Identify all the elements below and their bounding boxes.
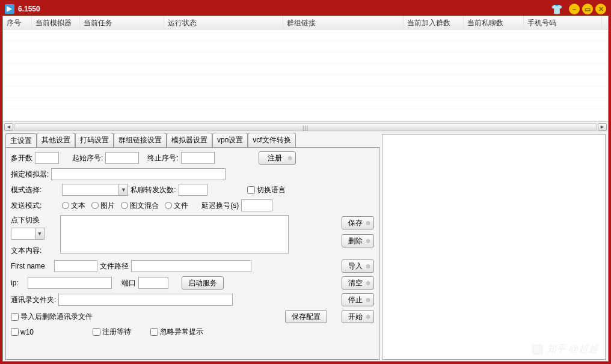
send-mode-file[interactable]: 文件 xyxy=(165,201,188,211)
delay-input[interactable] xyxy=(241,199,272,211)
clear-button[interactable]: 清空 xyxy=(342,276,374,290)
ip-input[interactable] xyxy=(28,277,112,289)
horizontal-scrollbar[interactable]: ◄ ||| ► xyxy=(3,121,608,132)
tab-5[interactable]: vpn设置 xyxy=(212,133,248,147)
start-service-button[interactable]: 启动服务 xyxy=(182,276,224,290)
start-seq-input[interactable] xyxy=(105,152,139,164)
multi-open-label: 多开数 xyxy=(11,153,32,163)
register-button[interactable]: 注册 xyxy=(259,151,296,165)
data-grid: 序号当前模拟器当前任务运行状态群组链接当前加入群数当前私聊数手机号码 xyxy=(3,16,608,121)
switch-lang-checkbox[interactable]: 切换语言 xyxy=(247,185,286,195)
grid-column-header[interactable]: 序号 xyxy=(3,16,32,29)
minimize-button[interactable]: – xyxy=(569,4,580,14)
tab-panel-main: 多开数 起始序号: 终止序号: 注册 指定模拟器: xyxy=(5,147,379,360)
content-textarea[interactable] xyxy=(60,215,289,253)
ip-label: ip: xyxy=(11,279,25,287)
mode-select-label: 模式选择: xyxy=(11,185,41,195)
pm-forward-count-label: 私聊转发次数: xyxy=(130,185,176,195)
grid-column-header[interactable]: 手机号码 xyxy=(524,16,602,29)
pm-forward-count-input[interactable] xyxy=(179,184,207,196)
grid-column-header[interactable]: 当前加入群数 xyxy=(404,16,464,29)
delay-label: 延迟换号(s) xyxy=(201,201,239,211)
maximize-button[interactable]: ▭ xyxy=(582,4,593,14)
tab-4[interactable]: 模拟器设置 xyxy=(167,133,212,147)
close-button[interactable]: ✕ xyxy=(595,4,606,14)
delete-button[interactable]: 删除 xyxy=(342,234,374,247)
start-button[interactable]: 开始 xyxy=(342,310,374,323)
window-title: 6.1550 xyxy=(18,5,40,13)
send-mode-text[interactable]: 文本 xyxy=(62,201,85,211)
save-button[interactable]: 保存 xyxy=(342,216,374,229)
first-name-input[interactable] xyxy=(54,260,97,272)
grid-column-header[interactable]: 当前私聊数 xyxy=(464,16,524,29)
grid-column-header[interactable]: 群组链接 xyxy=(283,16,404,29)
log-panel xyxy=(382,134,606,360)
end-seq-label: 终止序号: xyxy=(147,153,178,163)
import-button[interactable]: 导入 xyxy=(342,259,374,273)
tab-3[interactable]: 群组链接设置 xyxy=(114,133,167,147)
tab-6[interactable]: vcf文件转换 xyxy=(248,133,295,147)
grid-body xyxy=(3,29,608,121)
ignore-error-checkbox[interactable]: 忽略异常提示 xyxy=(150,327,203,337)
scroll-right-arrow[interactable]: ► xyxy=(598,123,607,131)
grid-column-header[interactable]: 当前模拟器 xyxy=(32,16,80,29)
tab-0[interactable]: 主设置 xyxy=(5,133,37,148)
contact-folder-input[interactable] xyxy=(58,294,233,306)
grid-column-header[interactable]: 当前任务 xyxy=(80,16,164,29)
grid-header: 序号当前模拟器当前任务运行状态群组链接当前加入群数当前私聊数手机号码 xyxy=(3,16,608,29)
stop-button[interactable]: 停止 xyxy=(342,293,374,306)
app-icon xyxy=(5,4,14,14)
delete-after-import-checkbox[interactable]: 导入后删除通讯录文件 xyxy=(11,312,93,322)
reg-wait-checkbox[interactable]: 注册等待 xyxy=(93,327,131,337)
port-input[interactable] xyxy=(138,277,168,289)
designated-emulator-label: 指定模拟器: xyxy=(11,169,49,180)
multi-open-input[interactable] xyxy=(35,152,59,164)
save-config-button[interactable]: 保存配置 xyxy=(285,310,327,323)
first-name-label: First name xyxy=(11,262,52,270)
send-mode-label: 发送模式: xyxy=(11,201,41,211)
w10-checkbox[interactable]: w10 xyxy=(11,328,34,336)
end-seq-input[interactable] xyxy=(181,152,215,164)
file-path-label: 文件路径 xyxy=(100,261,129,271)
contact-folder-label: 通讯录文件夹: xyxy=(11,295,56,305)
tabs: 主设置其他设置打码设置群组链接设置模拟器设置vpn设置vcf文件转换 xyxy=(5,134,379,147)
shirt-icon[interactable]: 👕 xyxy=(551,4,563,14)
start-seq-label: 起始序号: xyxy=(72,153,103,163)
file-path-input[interactable] xyxy=(131,260,251,272)
send-mode-image[interactable]: 图片 xyxy=(91,201,115,211)
mode-select[interactable]: ▼ xyxy=(62,184,128,196)
grid-column-header[interactable]: 运行状态 xyxy=(164,16,283,29)
designated-emulator-input[interactable] xyxy=(51,168,226,180)
tab-1[interactable]: 其他设置 xyxy=(37,133,75,147)
switch-select[interactable]: ▼ xyxy=(11,228,45,240)
tab-2[interactable]: 打码设置 xyxy=(75,133,114,147)
content-label: 文本内容: xyxy=(11,246,58,256)
switch-label: 点下切换 xyxy=(11,215,58,225)
titlebar: 6.1550 👕 – ▭ ✕ xyxy=(2,2,609,16)
send-mode-mixed[interactable]: 图文混合 xyxy=(121,201,159,211)
port-label: 端口 xyxy=(121,278,136,288)
scroll-left-arrow[interactable]: ◄ xyxy=(4,123,13,131)
